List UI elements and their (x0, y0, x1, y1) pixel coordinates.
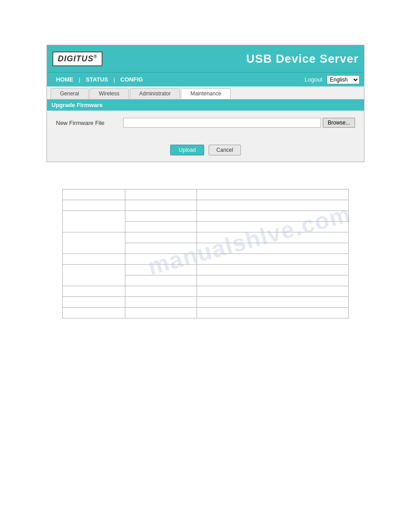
page-wrapper: DIGITUS® USB Device Server HOME | STATUS… (0, 45, 411, 532)
nav-right: Logout English Deutsch Français 日本語 (304, 75, 360, 84)
cancel-button[interactable]: Cancel (209, 145, 240, 155)
table-row (63, 297, 349, 308)
table-cell (197, 308, 348, 318)
table-cell (63, 308, 125, 318)
firmware-label: New Firmware File (56, 120, 123, 126)
table-cell (197, 222, 348, 232)
table-cell (197, 200, 348, 211)
table-cell (197, 211, 348, 222)
table-cell (125, 297, 197, 308)
upload-button[interactable]: Upload (170, 145, 204, 155)
table-cell (63, 286, 125, 297)
logo-trademark: ® (94, 54, 97, 59)
table-cell (197, 275, 348, 286)
table-cell (197, 189, 348, 200)
table-cell (63, 254, 125, 265)
table-cell (63, 200, 125, 211)
table-cell (63, 297, 125, 308)
table-row (63, 189, 349, 200)
tab-administrator[interactable]: Administrator (130, 88, 180, 99)
table-cell (197, 254, 348, 265)
firmware-file-input[interactable] (123, 118, 321, 128)
table-row (63, 200, 349, 211)
table-row (63, 254, 349, 265)
table-cell (125, 222, 197, 232)
nav-status[interactable]: STATUS (81, 76, 112, 83)
logout-link[interactable]: Logout (304, 76, 322, 83)
nav-sep-2: | (112, 76, 116, 83)
table-cell (125, 265, 197, 275)
browse-button[interactable]: Browse... (323, 118, 355, 128)
form-area: New Firmware File Browse... (47, 111, 364, 140)
action-row: Upload Cancel (47, 140, 364, 162)
table-row (63, 286, 349, 297)
table-cell (125, 200, 197, 211)
table-cell (63, 232, 125, 254)
main-panel: DIGITUS® USB Device Server HOME | STATUS… (47, 45, 364, 162)
table-cell (63, 265, 125, 286)
table-cell (197, 232, 348, 243)
table-cell (125, 254, 197, 265)
content-area: Upgrade Firmware New Firmware File Brows… (47, 99, 364, 162)
firmware-row: New Firmware File Browse... (56, 118, 355, 128)
language-select[interactable]: English Deutsch Français 日本語 (327, 75, 360, 84)
table-cell (125, 232, 197, 243)
table-cell (125, 189, 197, 200)
logo-text: DIGITUS (58, 54, 94, 63)
table-cell (197, 265, 348, 275)
table-cell (125, 211, 197, 222)
logo: DIGITUS® (52, 51, 103, 66)
table-cell (63, 211, 125, 232)
table-cell (125, 286, 197, 297)
table-cell (63, 189, 125, 200)
nav-home[interactable]: HOME (51, 76, 78, 83)
nav-bar: HOME | STATUS | CONFIG Logout English De… (47, 72, 364, 86)
section-header: Upgrade Firmware (47, 99, 364, 111)
table-row (63, 308, 349, 318)
tab-bar: General Wireless Administrator Maintenan… (47, 86, 364, 99)
tab-wireless[interactable]: Wireless (90, 88, 129, 99)
table-row (63, 265, 349, 275)
table-cell (125, 275, 197, 286)
data-table (62, 189, 349, 318)
app-title: USB Device Server (246, 52, 359, 66)
tab-general[interactable]: General (51, 88, 89, 99)
tab-maintenance[interactable]: Maintenance (181, 88, 231, 99)
table-cell (197, 243, 348, 254)
lower-table-wrapper (62, 189, 349, 318)
header-bar: DIGITUS® USB Device Server (47, 45, 364, 72)
table-cell (197, 286, 348, 297)
table-cell (125, 243, 197, 254)
table-cell (197, 297, 348, 308)
table-row (63, 232, 349, 243)
table-cell (125, 308, 197, 318)
file-input-wrapper: Browse... (123, 118, 355, 128)
nav-config[interactable]: CONFIG (116, 76, 148, 83)
table-row (63, 211, 349, 222)
nav-sep-1: | (78, 76, 81, 83)
